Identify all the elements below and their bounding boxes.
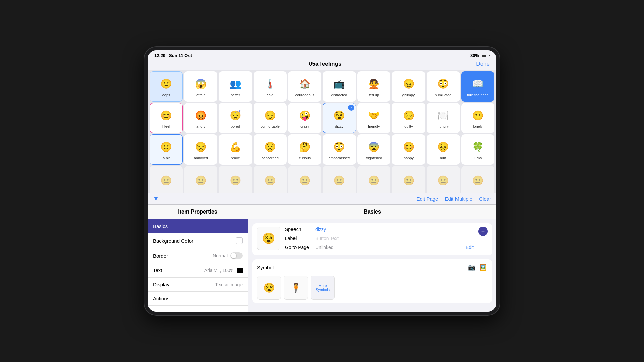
cell-label-annoyed: annoyed — [194, 156, 208, 160]
cell-friendly[interactable]: 🤝 friendly — [357, 103, 390, 133]
better-icon: 👥 — [227, 76, 244, 92]
cell-label-angry: angry — [196, 124, 206, 128]
more-symbols-button[interactable]: More Symbols — [311, 276, 335, 300]
cell-r4-6[interactable]: 😐 — [323, 166, 356, 193]
brave-icon: 💪 — [227, 139, 244, 155]
go-to-page-edit-button[interactable]: Edit — [466, 245, 474, 250]
cell-lonely[interactable]: 😶 lonely — [461, 103, 494, 133]
symbol-thumb-2[interactable]: 🧍 — [284, 276, 308, 300]
cell-hurt[interactable]: 😣 hurt — [427, 134, 460, 165]
cell-label-courageous: courageous — [295, 93, 315, 97]
cell-dizzy[interactable]: ✓ 😵 dizzy — [323, 103, 356, 133]
annoyed-icon: 😒 — [193, 139, 209, 155]
cell-cold[interactable]: 🌡️ cold — [254, 71, 287, 102]
courageous-icon: 🏠 — [296, 76, 313, 92]
r4-2-icon: 😐 — [193, 173, 209, 188]
r4-4-icon: 😐 — [262, 173, 278, 188]
cell-guilty[interactable]: 😔 guilty — [392, 103, 425, 133]
prop-text-label: Text — [153, 267, 162, 273]
cell-label-a-bit: a bit — [163, 156, 170, 160]
prop-border-label: Border — [153, 253, 168, 259]
cell-r4-4[interactable]: 😐 — [254, 166, 287, 193]
cell-hungry[interactable]: 🍽️ hungry — [427, 103, 460, 133]
speech-plus-button[interactable]: + — [478, 227, 488, 236]
clear-button[interactable]: Clear — [479, 196, 491, 202]
bottom-panel: Item Properties Basics Background Color … — [148, 204, 496, 312]
cell-r4-10[interactable]: 😐 — [461, 166, 494, 193]
speech-field-value[interactable]: dizzy — [315, 227, 474, 232]
r4-10-icon: 😐 — [469, 173, 486, 188]
scroll-down-button[interactable]: ▼ — [153, 195, 159, 202]
cell-lucky[interactable]: 🍀 lucky — [461, 134, 494, 165]
curious-icon: 🤔 — [296, 139, 313, 155]
prop-basics[interactable]: Basics — [148, 219, 248, 233]
cell-label-hungry: hungry — [437, 124, 449, 128]
cell-distracted[interactable]: 📺 distracted — [323, 71, 356, 102]
r4-3-icon: 😐 — [227, 173, 244, 188]
cell-embarrassed[interactable]: 😳 embarrassed — [323, 134, 356, 165]
cell-r4-7[interactable]: 😐 — [357, 166, 390, 193]
toolbar: ▼ Edit Page Edit Multiple Clear — [148, 193, 496, 204]
cell-i-feel[interactable]: 😊 I feel — [150, 103, 183, 133]
cell-r4-2[interactable]: 😐 — [184, 166, 217, 193]
cell-afraid[interactable]: 😱 afraid — [184, 71, 217, 102]
symbol-thumb-1[interactable]: 😵 — [257, 276, 281, 300]
hurt-icon: 😣 — [435, 139, 451, 155]
label-field-row: Label Button Text — [285, 236, 474, 243]
lucky-icon: 🍀 — [469, 139, 486, 155]
prop-background-color[interactable]: Background Color — [148, 233, 248, 248]
cell-r4-3[interactable]: 😐 — [219, 166, 252, 193]
cell-curious[interactable]: 🤔 curious — [288, 134, 321, 165]
cell-comfortable[interactable]: 😌 comfortable — [254, 103, 287, 133]
camera-icon[interactable]: 📷 — [467, 263, 476, 272]
cell-r4-5[interactable]: 😐 — [288, 166, 321, 193]
edit-multiple-button[interactable]: Edit Multiple — [445, 196, 472, 202]
cell-label-cold: cold — [267, 93, 273, 97]
cell-frightened[interactable]: 😨 frightened — [357, 134, 390, 165]
cell-humiliated[interactable]: 😳 humiliated — [427, 71, 460, 102]
grid-scroll: 🙁 oops 😱 afraid 👥 better 🌡️ cold — [150, 71, 494, 193]
cell-brave[interactable]: 💪 brave — [219, 134, 252, 165]
cell-r4-1[interactable]: 😐 — [150, 166, 183, 193]
crazy-icon: 🤪 — [296, 108, 313, 123]
cell-happy[interactable]: 😊 happy — [392, 134, 425, 165]
cell-grumpy[interactable]: 😠 grumpy — [392, 71, 425, 102]
cell-fed-up[interactable]: 🙅 fed up — [357, 71, 390, 102]
cell-oops[interactable]: 🙁 oops — [150, 71, 183, 102]
cell-turn-page[interactable]: 📖 turn the page — [461, 71, 494, 102]
angry-icon: 😡 — [193, 108, 209, 123]
prop-border[interactable]: Border Normal — [148, 248, 248, 263]
cell-annoyed[interactable]: 😒 annoyed — [184, 134, 217, 165]
cell-crazy[interactable]: 🤪 crazy — [288, 103, 321, 133]
cell-angry[interactable]: 😡 angry — [184, 103, 217, 133]
i-feel-icon: 😊 — [158, 108, 175, 123]
edit-page-button[interactable]: Edit Page — [416, 196, 438, 202]
grid-area: 🙁 oops 😱 afraid 👥 better 🌡️ cold — [148, 70, 496, 193]
cell-a-bit[interactable]: 🙂 a bit — [150, 134, 183, 165]
symbol-section: Symbol 📷 🖼️ 😵 🧍 More Symbols — [252, 259, 492, 303]
cell-r4-9[interactable]: 😐 — [427, 166, 460, 193]
image-icon[interactable]: 🖼️ — [478, 263, 488, 272]
time-display: 12:29 — [154, 53, 165, 58]
cell-label-curious: curious — [299, 156, 311, 160]
cell-better[interactable]: 👥 better — [219, 71, 252, 102]
prop-display[interactable]: Display Text & Image — [148, 278, 248, 292]
status-right: 80% — [470, 53, 490, 58]
cell-label-turn-page: turn the page — [467, 93, 489, 97]
done-button[interactable]: Done — [476, 61, 490, 67]
hungry-icon: 🍽️ — [435, 108, 451, 123]
symbol-action-icons: 📷 🖼️ — [467, 263, 488, 272]
cell-concerned[interactable]: 😟 concerned — [254, 134, 287, 165]
label-field-value[interactable]: Button Text — [315, 236, 474, 241]
prop-actions[interactable]: Actions — [148, 292, 248, 306]
cell-courageous[interactable]: 🏠 courageous — [288, 71, 321, 102]
battery-percent: 80% — [470, 53, 479, 58]
border-toggle[interactable] — [230, 252, 243, 259]
symbol-thumbnail: 😵 — [257, 227, 280, 250]
cell-bored[interactable]: 😴 bored — [219, 103, 252, 133]
cell-label-frightened: frightened — [366, 156, 382, 160]
cell-r4-8[interactable]: 😐 — [392, 166, 425, 193]
prop-text[interactable]: Text ArialMT, 100% — [148, 263, 248, 278]
frightened-icon: 😨 — [366, 139, 382, 155]
r4-9-icon: 😐 — [435, 173, 451, 188]
